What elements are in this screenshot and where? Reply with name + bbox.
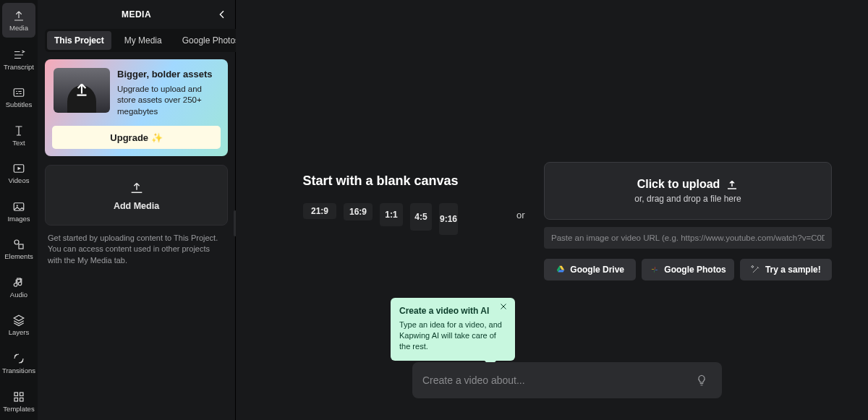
rail-label: Transcript (4, 64, 34, 71)
panel-header: MEDIA (38, 0, 235, 29)
rail-item-templates[interactable]: Templates (0, 382, 38, 421)
ai-tooltip-title: Create a video with AI (399, 305, 506, 317)
rail-item-images[interactable]: Images (0, 192, 38, 231)
rail-label: Media (9, 25, 28, 32)
add-media-label: Add Media (114, 201, 159, 211)
ai-input-container (412, 362, 722, 398)
templates-icon (12, 390, 25, 403)
google-photos-button[interactable]: Google Photos (642, 259, 733, 280)
ratio-16-9[interactable]: 16:9 (344, 203, 373, 220)
elements-icon (12, 238, 25, 251)
promo-body: Upgrade to upload and store assets over … (117, 85, 202, 116)
svg-point-4 (14, 240, 19, 244)
try-sample-label: Try a sample! (765, 265, 821, 275)
blank-canvas-section: Start with a blank canvas 21:9 16:9 1:1 … (272, 173, 489, 235)
svg-rect-6 (14, 393, 18, 396)
help-text: Get started by uploading content to This… (38, 233, 235, 266)
rail-label: Videos (9, 177, 30, 184)
upload-title: Click to upload (637, 178, 720, 191)
rail-item-text[interactable]: Text (0, 116, 38, 155)
upload-icon (129, 179, 145, 195)
aspect-ratio-row: 21:9 16:9 1:1 4:5 9:16 (303, 203, 458, 235)
rail-label: Elements (4, 253, 33, 260)
try-sample-button[interactable]: Try a sample! (740, 259, 832, 280)
lightbulb-icon (695, 374, 708, 387)
rail-label: Transitions (2, 367, 35, 374)
media-tab-row: This Project My Media Google Photos ••• (38, 29, 235, 59)
ai-prompt-input[interactable] (422, 374, 692, 386)
media-panel: MEDIA This Project My Media Google Photo… (38, 0, 236, 420)
rail-label: Images (7, 215, 30, 223)
upload-icon (12, 9, 25, 22)
blank-canvas-title: Start with a blank canvas (302, 173, 458, 189)
ratio-1-1[interactable]: 1:1 (380, 203, 403, 226)
left-nav-rail: Media Transcript Subtitles Text Videos I… (0, 0, 38, 420)
media-tabs: This Project My Media Google Photos (45, 29, 249, 52)
transcript-icon (12, 48, 25, 61)
collapse-panel-button[interactable] (213, 6, 231, 23)
rail-item-videos[interactable]: Videos (0, 154, 38, 192)
rail-item-audio[interactable]: Audio (0, 268, 38, 307)
upgrade-button[interactable]: Upgrade ✨ (52, 126, 221, 149)
upload-icon (72, 80, 91, 98)
ai-submit-button[interactable] (692, 370, 712, 390)
upload-dropzone[interactable]: Click to upload or, drag and drop a file… (544, 162, 832, 220)
tab-my-media[interactable]: My Media (117, 31, 169, 50)
rail-item-layers[interactable]: Layers (0, 306, 38, 344)
svg-rect-0 (14, 89, 24, 97)
promo-thumbnail (54, 68, 110, 113)
import-row: Google Drive Google Photos Try a sample! (544, 259, 832, 280)
layers-icon (12, 314, 25, 327)
svg-rect-2 (14, 203, 24, 211)
add-media-button[interactable]: Add Media (45, 165, 228, 226)
main-area: Start with a blank canvas 21:9 16:9 1:1 … (236, 0, 868, 420)
upgrade-promo-card: Bigger, bolder assets Upgrade to upload … (45, 59, 228, 156)
svg-rect-5 (19, 244, 23, 249)
panel-title: MEDIA (122, 9, 151, 20)
wand-icon (751, 265, 761, 275)
ai-tooltip-close-button[interactable] (499, 302, 511, 314)
ratio-9-16[interactable]: 9:16 (439, 203, 458, 235)
text-icon (12, 124, 25, 137)
videos-icon (12, 162, 25, 175)
upload-icon (726, 178, 739, 191)
audio-icon (12, 276, 25, 289)
or-label: or (516, 210, 525, 220)
rail-label: Subtitles (6, 101, 32, 108)
google-photos-icon (650, 265, 660, 275)
promo-headline: Bigger, bolder assets (117, 68, 219, 81)
rail-item-transcript[interactable]: Transcript (0, 40, 38, 79)
subtitles-icon (12, 86, 25, 99)
google-drive-icon (556, 265, 566, 275)
ai-tooltip-body: Type an idea for a video, and Kapwing AI… (399, 320, 506, 352)
promo-text: Bigger, bolder assets Upgrade to upload … (117, 68, 219, 117)
tab-this-project[interactable]: This Project (47, 31, 111, 50)
svg-point-3 (17, 205, 18, 206)
rail-item-transitions[interactable]: Transitions (0, 344, 38, 382)
google-photos-label: Google Photos (664, 265, 726, 275)
transitions-icon (12, 352, 25, 365)
rail-item-media[interactable]: Media (2, 3, 35, 38)
rail-item-subtitles[interactable]: Subtitles (0, 78, 38, 116)
google-drive-button[interactable]: Google Drive (544, 259, 636, 280)
images-icon (12, 200, 25, 213)
ai-tooltip: Create a video with AI Type an idea for … (391, 298, 515, 361)
svg-rect-7 (20, 393, 24, 396)
chevron-left-icon (216, 9, 228, 20)
rail-label: Templates (3, 406, 34, 413)
upload-section: Click to upload or, drag and drop a file… (544, 162, 832, 280)
google-drive-label: Google Drive (570, 265, 624, 275)
close-icon (499, 302, 508, 311)
svg-rect-8 (14, 398, 18, 401)
url-input[interactable] (544, 227, 832, 249)
rail-label: Audio (10, 291, 27, 299)
upload-subtitle: or, drag and drop a file here (634, 194, 741, 204)
ratio-4-5[interactable]: 4:5 (410, 203, 432, 231)
svg-rect-9 (20, 398, 24, 401)
rail-label: Text (12, 140, 25, 147)
ratio-21-9[interactable]: 21:9 (303, 203, 336, 219)
rail-label: Layers (9, 329, 30, 336)
rail-item-elements[interactable]: Elements (0, 230, 38, 268)
